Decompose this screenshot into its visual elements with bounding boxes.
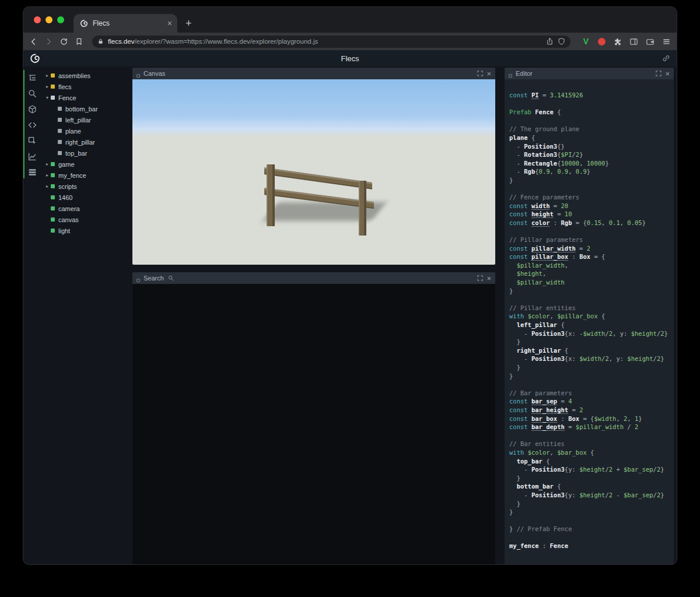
tree-item-label: my_fence [58,172,86,179]
code-line: const bar_depth = $pillar_width / 2 [509,423,671,431]
canvas-panel-title: Canvas [144,70,165,77]
tree-item-label: light [58,227,70,234]
sidebar-accent-bar [23,70,24,178]
tree-item-game[interactable]: ▸game [41,159,128,170]
search-icon [168,275,174,281]
back-icon[interactable] [29,37,38,46]
expand-icon[interactable] [477,275,483,281]
expand-arrow-icon[interactable]: ▸ [44,73,50,78]
expand-arrow-icon[interactable]: ▸ [44,173,50,178]
close-window-button[interactable] [34,16,41,23]
tree-item-plane[interactable]: plane [41,125,128,136]
entity-color-square [51,184,55,188]
search-icon[interactable] [28,89,37,98]
code-line [509,227,671,236]
tree-item-top_bar[interactable]: top_bar [41,148,128,159]
sidebar-toggle-icon[interactable] [629,37,638,46]
code-line: top_bar { [509,457,671,466]
code-line: const height = 10 [509,210,671,219]
tree-item-left_pillar[interactable]: left_pillar [41,114,128,125]
code-line: // Pillar entities [509,304,671,312]
shield-icon[interactable] [558,37,565,45]
code-line: const bar_height = 2 [509,406,671,415]
expand-arrow-icon[interactable]: ▸ [44,161,50,167]
tree-item-label: 1460 [58,194,72,201]
tree-item-label: Fence [58,94,76,101]
expand-icon[interactable] [477,71,483,76]
flecs-favicon-icon [80,19,88,27]
code-line: const bar_box : Box = {$width, 2, 1} [509,415,671,423]
tree-item-right_pillar[interactable]: right_pillar [41,136,128,148]
collapse-arrow-icon[interactable]: ▾ [44,95,50,100]
tree-item-label: flecs [58,83,72,90]
tree-item-bottom_bar[interactable]: bottom_bar [41,103,128,114]
close-icon[interactable]: × [665,70,670,78]
code-line: const pillar_box : Box = { [509,252,671,261]
extension-area: V [582,37,671,46]
code-line: // Bar entities [509,440,671,448]
entity-color-square [58,140,62,144]
minimize-window-button[interactable] [46,16,52,23]
extensions-puzzle-icon[interactable] [613,37,622,46]
tree-item-my_fence[interactable]: ▸my_fence [41,170,128,181]
expand-arrow-icon[interactable]: ▸ [44,184,50,189]
editor-code[interactable]: const PI = 3.1415926 Prefab Fence { // T… [505,79,674,564]
tree-item-camera[interactable]: camera [41,203,128,214]
code-line: plane { [509,134,671,142]
url-path: /explorer/?wasm=https://www.flecs.dev/ex… [134,38,318,45]
tree-item-1460[interactable]: 1460 [41,192,128,203]
chart-icon[interactable] [28,152,37,161]
rows-icon[interactable] [28,168,37,177]
close-icon[interactable]: × [487,275,491,282]
red-extension-icon[interactable] [598,38,606,45]
menu-icon[interactable] [662,37,671,46]
canvas-3d-scene[interactable] [132,79,495,265]
code-line: // Bar parameters [509,389,671,398]
tab-close-icon[interactable]: × [167,19,172,27]
code-line: Prefab Fence { [509,108,671,117]
search-panel-title: Search [144,275,164,282]
tree-item-canvas[interactable]: canvas [41,214,128,225]
bookmark-icon[interactable] [75,37,83,46]
new-tab-button[interactable]: + [186,14,192,33]
entity-color-square [51,162,55,166]
maximize-window-button[interactable] [57,16,64,23]
tree-item-label: right_pillar [65,139,95,146]
code-icon[interactable] [28,121,37,129]
expand-icon[interactable] [656,71,662,76]
cube-icon[interactable] [28,105,37,114]
forward-icon[interactable] [44,37,53,46]
code-line: const PI = 3.1415926 [509,91,671,100]
flecs-logo-icon[interactable] [30,53,40,64]
share-link-icon[interactable] [662,54,670,62]
reload-icon[interactable] [60,37,68,46]
tree-item-flecs[interactable]: ▸flecs [41,81,128,92]
browser-tab[interactable]: Flecs × [74,14,177,33]
address-bar[interactable]: flecs.dev/explorer/?wasm=https://www.fle… [92,36,570,48]
tree-item-label: camera [58,205,80,212]
tree-icon[interactable] [28,73,37,82]
code-line: const color : Rgb = {0.15, 0.1, 0.05} [509,219,671,227]
close-icon[interactable]: × [487,70,491,78]
code-line: const width = 20 [509,202,671,210]
tree-item-assemblies[interactable]: ▸assemblies [41,70,128,81]
tree-item-scripts[interactable]: ▸scripts [41,181,128,192]
expand-arrow-icon[interactable]: ▸ [44,84,50,89]
fence-left-pillar [267,164,275,227]
code-line [509,380,671,389]
tab-bar: Flecs × + [23,7,677,33]
browser-toolbar: flecs.dev/explorer/?wasm=https://www.fle… [23,33,677,50]
editor-panel-header: Editor × [505,68,674,79]
code-line: - Position3{} [509,142,671,151]
entity-color-square [51,85,55,89]
wallet-icon[interactable] [646,37,654,46]
code-line: - Rotation3{$PI/2} [509,150,671,159]
inspect-icon[interactable] [28,136,37,145]
tree-item-light[interactable]: light [41,225,128,236]
tree-item-label: game [58,161,75,168]
tree-item-Fence[interactable]: ▾Fence [41,92,128,103]
entity-color-square [51,206,55,210]
entity-color-square [51,73,55,78]
v-extension-icon[interactable]: V [582,37,590,46]
share-icon[interactable] [546,37,554,45]
